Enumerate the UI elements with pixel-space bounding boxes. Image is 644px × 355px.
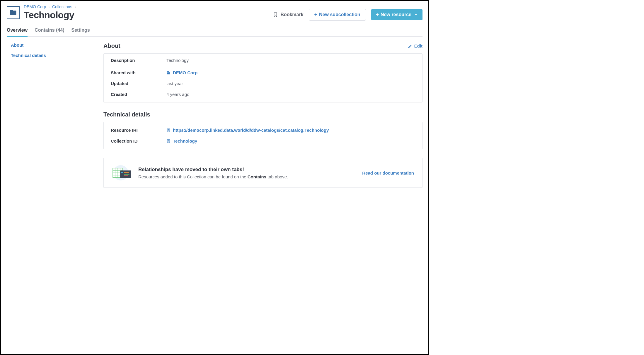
chevron-right-icon: › xyxy=(48,4,50,9)
updated-label: Updated xyxy=(111,81,166,86)
read-documentation-link[interactable]: Read our documentation xyxy=(362,170,414,175)
page-title: Technology xyxy=(24,10,76,21)
svg-rect-17 xyxy=(121,172,123,173)
building-icon xyxy=(166,71,171,75)
tab-overview[interactable]: Overview xyxy=(7,28,28,37)
new-subcollection-button[interactable]: + New subcollection xyxy=(309,9,366,21)
about-heading: About xyxy=(103,43,120,49)
description-label: Description xyxy=(111,58,166,63)
iri-label: Resource IRI xyxy=(111,128,166,133)
row-collection-id: Collection ID Technology xyxy=(104,136,422,149)
svg-rect-18 xyxy=(124,172,129,173)
shared-label: Shared with xyxy=(111,70,166,75)
relationships-banner: Relationships have moved to their own ta… xyxy=(103,158,422,188)
created-label: Created xyxy=(111,92,166,97)
header-actions: Bookmark + New subcollection + New resou… xyxy=(273,9,422,21)
colid-value: Technology xyxy=(166,138,197,143)
technical-card: Resource IRI https://democorp.linked.dat… xyxy=(103,122,422,149)
row-created: Created 4 years ago xyxy=(104,89,422,102)
header-left: DEMO Corp › Collections › Technology xyxy=(7,4,76,21)
bookmark-label: Bookmark xyxy=(280,12,303,17)
new-resource-label: New resource xyxy=(381,12,411,17)
page-header: DEMO Corp › Collections › Technology Boo… xyxy=(7,3,422,28)
sidebar-item-about[interactable]: About xyxy=(11,43,92,48)
resource-iri-link[interactable]: https://democorp.linked.data.world/d/ddw… xyxy=(173,128,329,133)
banner-sub-prefix: Resources added to this Collection can b… xyxy=(138,174,248,179)
colid-label: Collection ID xyxy=(111,138,166,143)
created-value: 4 years ago xyxy=(166,92,189,97)
updated-value: last year xyxy=(166,81,183,86)
tabs: Overview Contains (44) Settings xyxy=(7,28,422,37)
banner-sub-suffix: tab above. xyxy=(266,174,288,179)
banner-text: Relationships have moved to their own ta… xyxy=(138,167,288,179)
edit-label: Edit xyxy=(414,43,422,48)
pencil-icon xyxy=(408,44,413,48)
row-updated: Updated last year xyxy=(104,78,422,89)
technical-section-head: Technical details xyxy=(103,111,422,118)
breadcrumb-section[interactable]: Collections xyxy=(52,4,72,9)
sidebar: About Technical details xyxy=(7,43,92,197)
new-subcollection-label: New subcollection xyxy=(319,12,360,17)
content: About Edit Description Technology Shared… xyxy=(103,43,422,197)
relationships-icon xyxy=(112,165,132,181)
banner-left: Relationships have moved to their own ta… xyxy=(112,165,355,181)
document-icon xyxy=(166,139,171,143)
plus-icon: + xyxy=(376,12,379,17)
about-section-head: About Edit xyxy=(103,43,422,49)
collection-id-link[interactable]: Technology xyxy=(173,138,197,143)
iri-value: https://democorp.linked.data.world/d/ddw… xyxy=(166,128,329,133)
bookmark-icon xyxy=(273,11,278,18)
plus-icon: + xyxy=(314,12,318,17)
edit-button[interactable]: Edit xyxy=(408,43,422,48)
chevron-down-icon xyxy=(414,13,418,16)
shared-with-link[interactable]: DEMO Corp xyxy=(173,70,197,75)
bookmark-button[interactable]: Bookmark xyxy=(273,11,303,18)
document-icon xyxy=(166,128,171,133)
shared-value: DEMO Corp xyxy=(166,70,197,75)
title-block: DEMO Corp › Collections › Technology xyxy=(24,4,76,21)
breadcrumb: DEMO Corp › Collections › xyxy=(24,4,76,9)
tab-contains[interactable]: Contains (44) xyxy=(35,28,64,36)
about-card: Description Technology Shared with DEMO … xyxy=(103,53,422,102)
svg-rect-19 xyxy=(124,174,130,175)
technical-heading: Technical details xyxy=(103,111,150,118)
row-description: Description Technology xyxy=(104,54,422,67)
banner-subtitle: Resources added to this Collection can b… xyxy=(138,174,288,179)
breadcrumb-org[interactable]: DEMO Corp xyxy=(24,4,46,9)
row-shared-with: Shared with DEMO Corp xyxy=(104,67,422,78)
tab-settings[interactable]: Settings xyxy=(71,28,90,36)
banner-title: Relationships have moved to their own ta… xyxy=(138,167,288,173)
new-resource-button[interactable]: + New resource xyxy=(371,9,422,20)
row-resource-iri: Resource IRI https://democorp.linked.dat… xyxy=(104,122,422,136)
svg-rect-20 xyxy=(124,175,128,176)
description-value: Technology xyxy=(166,58,189,63)
sidebar-item-technical[interactable]: Technical details xyxy=(11,53,92,58)
banner-sub-bold: Contains xyxy=(248,174,266,179)
folder-icon xyxy=(7,6,20,19)
body: About Technical details About Edit Descr… xyxy=(7,37,422,197)
chevron-right-icon: › xyxy=(74,4,76,9)
